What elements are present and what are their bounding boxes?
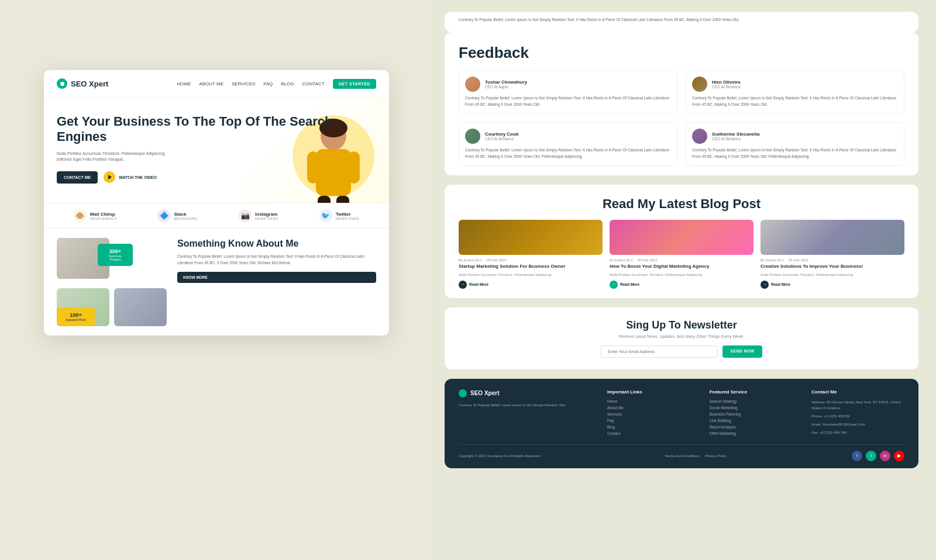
svg-rect-6: [318, 196, 331, 203]
play-icon: [104, 171, 115, 183]
logo-icon: [57, 78, 67, 89]
person-role-1: CEO At Apple: [485, 85, 527, 89]
newsletter-send-button[interactable]: SEND NOW: [722, 345, 763, 358]
nav-links: HOME ABOUT ME SERVICES FAQ BLOG CONTACT: [177, 81, 324, 87]
blog-meta-3: By Envino M.U. 05 Feb 2021: [760, 258, 904, 262]
person-role-2: CEO At Behance: [712, 85, 741, 89]
person-name-3: Courtney Cook: [485, 132, 518, 137]
social-twitter-icon[interactable]: t: [866, 451, 876, 461]
nav-about[interactable]: ABOUT ME: [199, 81, 223, 87]
feedback-person-1: Tushar Chowdhury CEO At Apple: [465, 77, 671, 92]
footer-link-home[interactable]: Home: [607, 399, 700, 403]
footer-copyright: Copyright © 2021 Yourname.Co All Rights …: [459, 454, 540, 458]
feedback-person-3: Courtney Cook CEO At Behance: [465, 129, 671, 144]
blog-meta-2: By Envino M.U. 05 Feb 2021: [610, 258, 753, 262]
stat-awards: 100+ Awward Won: [57, 307, 95, 326]
footer-service-5[interactable]: Report Analysis: [710, 425, 803, 429]
blog-card-3: By Envino M.U. 05 Feb 2021 Creative Solu…: [760, 220, 904, 288]
nav-contact[interactable]: CONTACT: [302, 81, 325, 87]
feedback-text-3: Contrary To Popular Belief, Lorem Ipsum …: [465, 147, 671, 160]
footer-bottom: Copyright © 2021 Yourname.Co All Rights …: [459, 444, 904, 461]
hero-title: Get Your Business To The Top Of The Sear…: [57, 114, 376, 145]
feedback-section: Feedback Tushar Chowdhury CEO At Apple C…: [445, 32, 918, 175]
website-mockup: SEO Xpert HOME ABOUT ME SERVICES FAQ BLO…: [44, 70, 389, 336]
partner-instagram-text: Instagram NEWS FEED: [255, 212, 278, 220]
footer-privacy[interactable]: Privacy Policy: [705, 454, 727, 458]
read-more-1[interactable]: → Read More: [459, 281, 603, 289]
footer-service-4[interactable]: Link Building: [710, 419, 803, 423]
blog-image-3: [760, 220, 904, 255]
social-instagram-icon[interactable]: in: [880, 451, 890, 461]
footer-col-contact-title: Contact Me: [811, 389, 904, 395]
hero-section: Get Your Business To The Top Of The Sear…: [44, 98, 389, 203]
social-youtube-icon[interactable]: ▶: [894, 451, 904, 461]
twitter-icon: 🐦: [319, 209, 332, 222]
avatar-2: [692, 77, 707, 92]
get-started-button[interactable]: GET STARTED: [333, 79, 376, 89]
footer-col-links: Important Links Home About Me Services F…: [607, 389, 700, 436]
nav-faq[interactable]: FAQ: [263, 81, 273, 87]
footer-service-2[interactable]: Social Marketing: [710, 406, 803, 410]
top-partial-text: Contrary To Popular Belief, Lorem Ipsum …: [459, 12, 904, 23]
blog-meta-1: By Envino M.U. 05 Feb 2021: [459, 258, 603, 262]
nav-services[interactable]: SERVICES: [232, 81, 255, 87]
site-logo: SEO Xpert: [57, 78, 108, 89]
footer-contact-fax: Fax: +8 (123) 456-789: [811, 430, 904, 435]
newsletter-email-input[interactable]: [601, 345, 718, 358]
about-images-row2: 100+ Awward Won: [57, 288, 168, 326]
read-more-2[interactable]: → Read More: [610, 281, 753, 289]
feedback-item-2: Hizn Oliveira CEO At Behance Contrary To…: [686, 70, 904, 114]
footer-link-about[interactable]: About Me: [607, 406, 700, 410]
nav-home[interactable]: HOME: [177, 81, 191, 87]
about-images: 300+ Success Project 100+ Awward Won: [57, 238, 168, 326]
contact-me-button[interactable]: CONTACT ME: [57, 171, 98, 184]
social-facebook-icon[interactable]: f: [852, 451, 862, 461]
person-role-3: CEO At Behance: [485, 137, 518, 141]
read-more-arrow-1: →: [459, 281, 467, 289]
footer-link-blog[interactable]: Blog: [607, 425, 700, 429]
blog-card-2: By Envino M.U. 05 Feb 2021 How To Boost …: [610, 220, 753, 288]
footer-services-list: Search Strategy Social Marketing Busines…: [710, 399, 803, 435]
about-image-2: 100+ Awward Won: [57, 288, 109, 326]
footer-brand-text: Contrary To Popular Belief, Lorem Ipsum …: [459, 402, 598, 408]
person-role-4: CEO At Behance: [712, 137, 759, 141]
feedback-text-4: Contrary To Popular Belief, Lorem Ipsum …: [692, 147, 898, 160]
person-name-4: Guilherme Stecanelia: [712, 132, 759, 137]
watch-video-button[interactable]: WATCH THE VIDEO: [104, 171, 157, 183]
slack-icon: 🔷: [157, 209, 170, 222]
footer-service-1[interactable]: Search Strategy: [710, 399, 803, 403]
footer-terms[interactable]: Terms And Conditions: [665, 454, 699, 458]
blog-post-title-1: Startup Marketing Solution For Business …: [459, 264, 603, 269]
about-title: Something Know About Me: [177, 238, 376, 249]
footer-service-6[interactable]: CRM Marketing: [710, 431, 803, 435]
hero-subtitle: Nulla Porttitor Accumsan Tincidunt. Pell…: [57, 151, 174, 163]
nav-blog[interactable]: BLOG: [281, 81, 294, 87]
person-name-2: Hizn Oliveira: [712, 79, 741, 85]
blog-title: Read My Latest Blog Post: [459, 196, 904, 212]
read-more-3[interactable]: → Read More: [760, 281, 904, 289]
footer-col-services: Featured Service Search Strategy Social …: [710, 389, 803, 436]
left-panel: SEO Xpert HOME ABOUT ME SERVICES FAQ BLO…: [0, 0, 433, 560]
footer-service-3[interactable]: Business Planning: [710, 412, 803, 416]
hero-buttons: CONTACT ME WATCH THE VIDEO: [57, 171, 376, 184]
person-info-3: Courtney Cook CEO At Behance: [485, 132, 518, 141]
know-more-button[interactable]: KNOW MORE: [177, 272, 376, 283]
svg-rect-7: [336, 196, 349, 203]
partner-mailchimp: 🐵 Mail Chimp SEND EMAILS: [74, 209, 117, 222]
blog-post-title-3: Creative Solutions To Improve Your Busin…: [760, 264, 904, 269]
footer-link-faq[interactable]: Faq: [607, 419, 700, 423]
footer-bottom-links: Terms And Conditions Privacy Policy: [665, 454, 727, 458]
mailchimp-icon: 🐵: [74, 209, 87, 222]
hero-text: Get Your Business To The Top Of The Sear…: [57, 114, 376, 184]
instagram-icon: 📷: [239, 209, 252, 222]
partner-slack: 🔷 Slack MESSAGING: [157, 209, 198, 222]
footer-brand: SEO Xpert Contrary To Popular Belief, Lo…: [459, 389, 598, 436]
footer-link-services[interactable]: Services: [607, 412, 700, 416]
avatar-4: [692, 129, 707, 144]
read-more-arrow-2: →: [610, 281, 618, 289]
blog-excerpt-3: Nulla Porttitor Accumsan Tincidunt. Pell…: [760, 272, 904, 278]
about-image-laptop: 300+ Success Project: [57, 238, 109, 279]
footer-link-contact[interactable]: Contact: [607, 431, 700, 435]
blog-post-title-2: How To Boost Your Digital Marketing Agen…: [610, 264, 753, 269]
partner-twitter-text: Twitter NEWS FEED: [336, 212, 359, 220]
